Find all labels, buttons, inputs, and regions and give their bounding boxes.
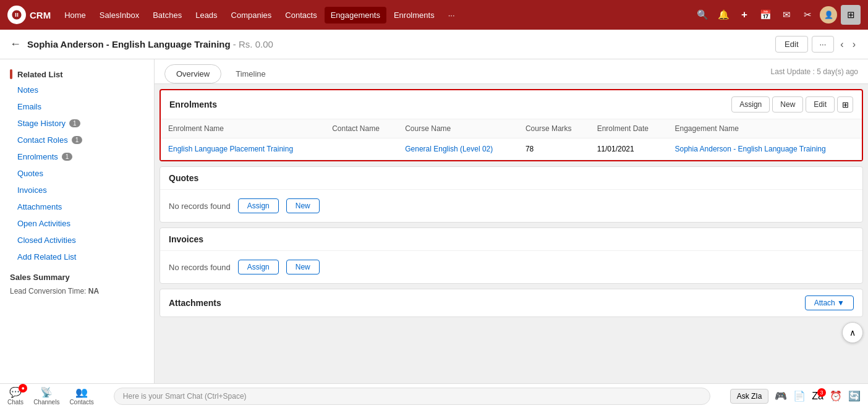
tab-overview[interactable]: Overview [164, 64, 221, 83]
sidebar: Related List Notes Emails Stage History … [0, 59, 155, 383]
smart-chat-input[interactable]: Here is your Smart Chat (Ctrl+Space) [114, 388, 710, 405]
contacts-icon: 👥 [75, 386, 88, 398]
sidebar-item-enrolments[interactable]: Enrolments 1 [0, 148, 154, 165]
sidebar-item-closed-activities[interactable]: Closed Activities [0, 232, 154, 249]
attach-button[interactable]: Attach ▼ [805, 295, 854, 310]
sidebar-item-contact-roles[interactable]: Contact Roles 1 [0, 132, 154, 148]
enrolments-assign-button[interactable]: Assign [731, 96, 770, 113]
channels-button[interactable]: 📡 Channels [33, 386, 59, 406]
enrolments-badge: 1 [62, 153, 73, 161]
avatar[interactable]: 👤 [820, 6, 837, 23]
edit-button[interactable]: Edit [775, 36, 807, 53]
quotes-section: Quotes No records found Assign New [160, 166, 863, 223]
next-arrow[interactable]: › [850, 36, 858, 53]
col-course-name: Course Name [398, 119, 518, 138]
chats-badge: ● [19, 384, 27, 393]
engagement-name-link[interactable]: Sophia Anderson - English Language Train… [675, 145, 826, 153]
invoices-assign-button[interactable]: Assign [238, 260, 279, 274]
zoom-badge: 3 [817, 388, 826, 397]
cell-course-name: General English (Level 02) [398, 138, 518, 160]
enrolment-name-link[interactable]: English Language Placement Training [168, 145, 293, 153]
sidebar-item-stage-history[interactable]: Stage History 1 [0, 115, 154, 132]
search-icon[interactable]: 🔍 [694, 6, 711, 23]
nav-items: Home SalesInbox Batches Leads Companies … [58, 7, 692, 23]
enrolments-new-button[interactable]: New [772, 96, 803, 113]
sidebar-item-notes[interactable]: Notes [0, 82, 154, 98]
nav-item-companies[interactable]: Companies [225, 7, 278, 23]
ask-zia-button[interactable]: Ask ZIa [730, 389, 769, 404]
enrolments-title: Enrolments [169, 100, 217, 109]
zoom-icon[interactable]: Za 3 [812, 391, 823, 402]
logo-text: CRM [30, 10, 51, 20]
scissors-icon[interactable]: ✂ [799, 6, 816, 23]
cell-course-marks: 78 [518, 138, 590, 160]
nav-item-more[interactable]: ··· [442, 7, 461, 23]
mail-icon[interactable]: ✉ [778, 6, 795, 23]
nav-item-salesinbox[interactable]: SalesInbox [93, 7, 145, 23]
lead-conversion-time: Lead Conversion Time: NA [0, 284, 154, 298]
invoices-title: Invoices [169, 234, 203, 244]
history-icon[interactable]: 🔄 [848, 390, 861, 402]
enrolments-actions: Assign New Edit ⊞ [731, 96, 853, 113]
scroll-to-top-button[interactable]: ∧ [842, 322, 863, 343]
more-button[interactable]: ··· [812, 36, 835, 53]
tabs-left: Overview Timeline [164, 64, 278, 83]
channels-icon: 📡 [40, 386, 53, 398]
enrolments-section: Enrolments Assign New Edit ⊞ Enrolment N… [160, 89, 863, 161]
cell-contact-name [325, 138, 398, 160]
sales-summary-title: Sales Summary [0, 265, 154, 284]
chats-button[interactable]: 💬 ● Chats [7, 386, 23, 406]
quotes-header: Quotes [160, 167, 862, 190]
quotes-assign-button[interactable]: Assign [238, 198, 279, 213]
cell-engagement-name: Sophia Anderson - English Language Train… [668, 138, 862, 160]
nav-item-home[interactable]: Home [58, 7, 92, 23]
back-button[interactable]: ← [10, 38, 21, 51]
plus-icon[interactable]: + [736, 6, 753, 23]
gamepad-icon[interactable]: 🎮 [775, 390, 787, 402]
table-row: English Language Placement Training Gene… [161, 138, 862, 160]
nav-logo[interactable]: CRM [7, 6, 51, 24]
course-name-link[interactable]: General English (Level 02) [405, 145, 493, 153]
calendar-icon[interactable]: 📅 [757, 6, 774, 23]
tab-timeline[interactable]: Timeline [224, 64, 278, 83]
tabs-bar: Overview Timeline Last Update : 5 day(s)… [155, 59, 868, 84]
nav-item-enrolments[interactable]: Enrolments [388, 7, 441, 23]
prev-arrow[interactable]: ‹ [838, 36, 846, 53]
enrolments-edit-button[interactable]: Edit [806, 96, 835, 113]
contacts-button[interactable]: 👥 Contacts [69, 386, 93, 406]
clock-icon[interactable]: ⏰ [830, 390, 842, 402]
header-actions: Edit ··· ‹ › [775, 36, 858, 53]
bottom-bar: 💬 ● Chats 📡 Channels 👥 Contacts Here is … [0, 383, 868, 408]
nav-right-icons: 🔍 🔔 + 📅 ✉ ✂ 👤 ⊞ [694, 5, 861, 25]
sidebar-indicator [10, 69, 12, 79]
sidebar-item-quotes[interactable]: Quotes [0, 165, 154, 182]
invoices-new-button[interactable]: New [286, 260, 320, 274]
nav-item-leads[interactable]: Leads [189, 7, 223, 23]
col-enrolment-name: Enrolment Name [161, 119, 325, 138]
last-update: Last Update : 5 day(s) ago [771, 67, 858, 81]
nav-item-batches[interactable]: Batches [147, 7, 188, 23]
sidebar-item-add-related-list[interactable]: Add Related List [0, 249, 154, 265]
nav-item-engagements[interactable]: Engagements [325, 7, 386, 23]
enrolments-config-icon[interactable]: ⊞ [837, 96, 853, 113]
main-layout: Related List Notes Emails Stage History … [0, 59, 868, 383]
quotes-new-button[interactable]: New [286, 198, 320, 213]
sidebar-item-emails[interactable]: Emails [0, 98, 154, 115]
invoices-header: Invoices [160, 228, 862, 251]
attachments-title: Attachments [169, 298, 221, 308]
sidebar-item-open-activities[interactable]: Open Activities [0, 215, 154, 232]
grid-icon[interactable]: ⊞ [841, 5, 861, 25]
logo-icon [7, 6, 26, 24]
sidebar-item-invoices[interactable]: Invoices [0, 182, 154, 198]
document-icon[interactable]: 📄 [793, 390, 806, 402]
quotes-no-records: No records found Assign New [160, 190, 862, 222]
enrolments-table: Enrolment Name Contact Name Course Name … [161, 119, 862, 160]
page-title: Sophia Anderson - English Language Train… [27, 39, 769, 49]
header-bar: ← Sophia Anderson - English Language Tra… [0, 30, 868, 59]
nav-item-contacts[interactable]: Contacts [279, 7, 323, 23]
bell-icon[interactable]: 🔔 [715, 6, 732, 23]
enrolments-header: Enrolments Assign New Edit ⊞ [161, 90, 862, 119]
sidebar-item-attachments[interactable]: Attachments [0, 198, 154, 215]
attachments-section: Attachments Attach ▼ [160, 289, 863, 317]
stage-history-badge: 1 [69, 119, 80, 127]
